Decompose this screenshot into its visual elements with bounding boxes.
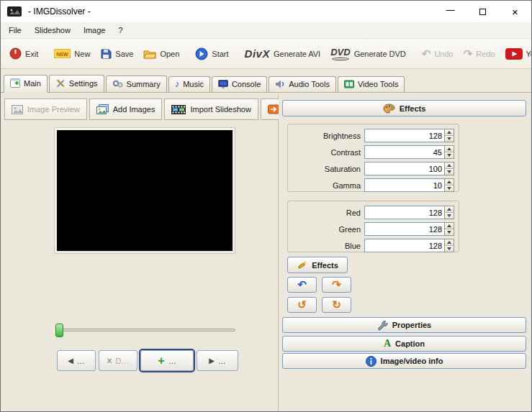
- tab-video-tools[interactable]: Video Tools: [338, 76, 405, 92]
- effects-panel-button[interactable]: Effects: [282, 100, 526, 116]
- rotate-ccw-icon: ↶: [297, 278, 307, 291]
- maximize-button[interactable]: [466, 1, 499, 22]
- tab-main[interactable]: Main: [4, 75, 48, 93]
- open-button[interactable]: Open: [138, 45, 184, 63]
- contrast-input[interactable]: [364, 145, 444, 159]
- new-button[interactable]: NEW New: [49, 45, 95, 62]
- menu-file[interactable]: File: [2, 22, 28, 38]
- generate-avi-button[interactable]: DivX Generate AVI: [240, 44, 326, 63]
- app-icon: [7, 6, 22, 17]
- spin-down-button[interactable]: [445, 152, 454, 158]
- filmstrip-icon: [171, 105, 186, 114]
- rotate-left-button[interactable]: ↶: [287, 277, 317, 293]
- undo-button[interactable]: ↶ Undo: [417, 44, 459, 64]
- red-label: Red: [346, 209, 361, 217]
- menu-bar: File Slideshow Image ?: [1, 22, 531, 38]
- close-button[interactable]: ×: [499, 1, 531, 22]
- menu-help[interactable]: ?: [112, 22, 129, 38]
- spin-up-button[interactable]: [445, 179, 454, 186]
- green-spinner: [364, 222, 454, 236]
- tab-settings[interactable]: Settings: [49, 75, 104, 92]
- spin-down-button[interactable]: [445, 213, 454, 219]
- spin-down-button[interactable]: [445, 246, 454, 252]
- saturation-input[interactable]: [364, 162, 444, 175]
- next-image-button[interactable]: ▶ …: [197, 350, 238, 371]
- dvd-logo: DVD: [330, 47, 350, 60]
- tab-summary[interactable]: Summary: [106, 75, 167, 92]
- preview-canvas: [57, 130, 233, 251]
- close-icon: ×: [512, 6, 518, 18]
- spin-down-button[interactable]: [445, 136, 454, 142]
- image-video-info-button[interactable]: Image/video info: [282, 353, 526, 369]
- tab-music[interactable]: ♪ Music: [168, 76, 210, 92]
- import-icon: [268, 104, 279, 114]
- tab-console[interactable]: Console: [212, 76, 267, 92]
- rotate-right-button[interactable]: ↷: [322, 277, 351, 293]
- add-images-button[interactable]: Add Images: [89, 99, 163, 120]
- menu-slideshow[interactable]: Slideshow: [28, 22, 77, 38]
- maximize-icon: [479, 9, 486, 15]
- properties-button[interactable]: Properties: [282, 317, 526, 333]
- spin-up-button[interactable]: [445, 239, 454, 246]
- contrast-spinner: [364, 145, 454, 159]
- caption-letter-icon: A: [384, 339, 391, 348]
- previous-image-button[interactable]: ◀ …: [57, 350, 96, 371]
- image-nav-row: ◀ … × D… + … ▶ …: [57, 350, 238, 371]
- down-arrow-icon: [447, 231, 451, 234]
- add-image-button[interactable]: + …: [140, 350, 194, 371]
- import-slideshow-button[interactable]: Import Slideshow: [164, 99, 258, 120]
- spin-up-button[interactable]: [445, 162, 454, 169]
- next-icon: ▶: [209, 357, 215, 365]
- delete-image-button[interactable]: × D…: [99, 350, 137, 371]
- down-arrow-icon: [447, 137, 451, 140]
- minimize-icon: —: [446, 5, 455, 15]
- spin-down-button[interactable]: [445, 169, 454, 175]
- spin-up-button[interactable]: [445, 223, 454, 229]
- down-arrow-icon: [447, 214, 451, 217]
- flip-cw-icon: ↻: [332, 298, 341, 311]
- minimize-button[interactable]: —: [434, 1, 466, 22]
- spin-down-button[interactable]: [445, 229, 454, 235]
- red-input[interactable]: [364, 206, 444, 219]
- image-preview-button[interactable]: Image Preview: [4, 99, 87, 120]
- tab-audio-tools[interactable]: Audio Tools: [269, 76, 336, 92]
- spin-up-button[interactable]: [445, 146, 454, 152]
- exit-icon: [9, 47, 22, 60]
- position-slider[interactable]: [55, 329, 235, 331]
- gamma-input[interactable]: [364, 178, 444, 192]
- apply-effects-button[interactable]: Effects: [287, 257, 348, 273]
- contrast-label: Contrast: [330, 148, 361, 157]
- saturation-spinner: [364, 162, 454, 175]
- main-tab-icon: [10, 78, 20, 88]
- flip-horizontal-button[interactable]: ↺: [287, 297, 317, 313]
- generate-dvd-button[interactable]: DVD Generate DVD: [325, 44, 411, 64]
- spin-up-button[interactable]: [445, 129, 454, 136]
- spin-up-button[interactable]: [445, 206, 454, 213]
- blue-input[interactable]: [364, 239, 444, 252]
- gamma-spinner: [364, 178, 454, 192]
- import-button-truncated[interactable]: Impor: [261, 99, 279, 120]
- green-input[interactable]: [364, 222, 444, 236]
- up-arrow-icon: [447, 147, 451, 150]
- rotate-cw-icon: ↷: [332, 278, 341, 291]
- brightness-row: Brightness: [288, 129, 459, 142]
- divx-logo: DivX: [245, 47, 270, 60]
- spin-down-button[interactable]: [445, 186, 454, 191]
- contrast-row: Contrast: [288, 145, 459, 159]
- adjustments-group: Brightness Contrast: [287, 124, 459, 192]
- youtube-button[interactable]: YouTube: [500, 45, 532, 63]
- flip-vertical-button[interactable]: ↻: [322, 297, 351, 313]
- palette-icon: [383, 104, 395, 114]
- window-controls: — ×: [434, 1, 531, 22]
- save-button[interactable]: Save: [95, 45, 138, 63]
- start-button[interactable]: Start: [190, 44, 233, 64]
- saturation-row: Saturation: [288, 162, 459, 175]
- caption-button[interactable]: A Caption: [282, 336, 526, 352]
- magic-wand-icon: [297, 260, 307, 270]
- exit-button[interactable]: Exit: [4, 44, 43, 63]
- brightness-input[interactable]: [364, 129, 444, 142]
- menu-image[interactable]: Image: [77, 22, 112, 38]
- film-icon: [344, 80, 354, 88]
- redo-button[interactable]: ↷ Redo: [459, 44, 500, 64]
- slider-handle[interactable]: [55, 324, 63, 337]
